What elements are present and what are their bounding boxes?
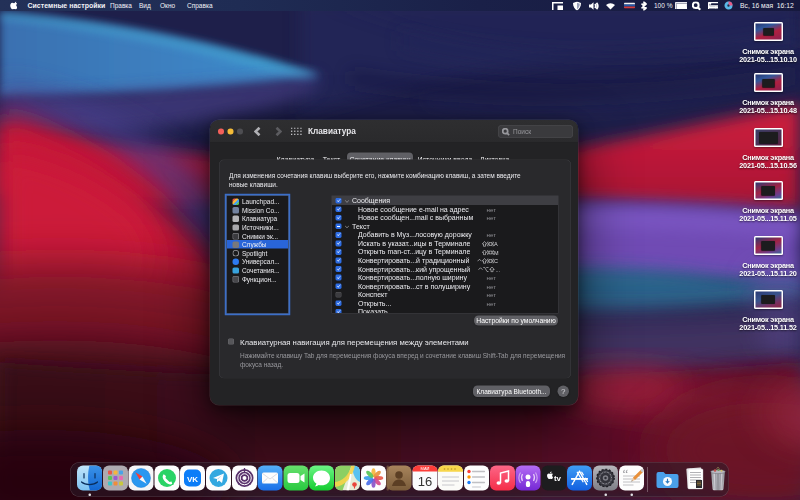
svg-text:tv: tv bbox=[554, 474, 562, 483]
svg-text:VK: VK bbox=[187, 475, 198, 484]
svg-text:16: 16 bbox=[418, 474, 432, 489]
svg-text:...: ... bbox=[496, 267, 501, 273]
svg-text:МАЙ: МАЙ bbox=[421, 466, 430, 471]
svg-text:M: M bbox=[494, 249, 499, 255]
svg-text:A: A bbox=[494, 241, 498, 247]
svg-text:C: C bbox=[494, 258, 498, 264]
